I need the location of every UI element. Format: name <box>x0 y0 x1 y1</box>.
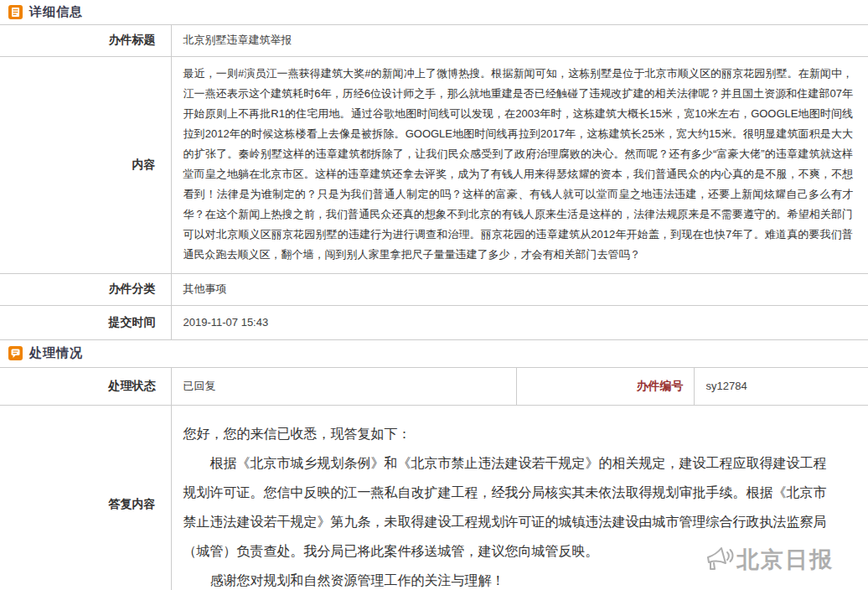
case-title-value: 北京别墅违章建筑举报 <box>171 25 868 56</box>
case-no-label: 办件编号 <box>516 368 694 406</box>
detail-table: 办件标题 北京别墅违章建筑举报 内容 最近，一则#演员江一燕获得建筑大奖#的新闻… <box>0 25 868 340</box>
status-label: 处理状态 <box>0 368 171 406</box>
detail-section-header: 详细信息 <box>0 0 868 25</box>
document-icon <box>8 5 23 19</box>
case-title-row: 办件标题 北京别墅违章建筑举报 <box>0 25 868 56</box>
status-row: 处理状态 已回复 办件编号 sy12784 <box>0 368 868 406</box>
reply-bubble-icon <box>8 346 23 360</box>
process-section-header: 处理情况 <box>0 340 868 368</box>
reply-content-value: 您好，您的来信已收悉，现答复如下： 根据《北京市城乡规划条例》和《北京市禁止违法… <box>171 406 868 590</box>
reply-paragraph: 根据《北京市城乡规划条例》和《北京市禁止违法建设若干规定》的相关规定，建设工程应… <box>183 448 840 566</box>
complaint-detail-page: 详细信息 办件标题 北京别墅违章建筑举报 内容 最近，一则#演员江一燕获得建筑大… <box>0 0 868 590</box>
category-value: 其他事项 <box>171 273 868 305</box>
status-value: 已回复 <box>171 368 516 406</box>
reply-content-row: 答复内容 您好，您的来信已收悉，现答复如下： 根据《北京市城乡规划条例》和《北京… <box>0 406 868 590</box>
case-title-label: 办件标题 <box>0 25 171 56</box>
reply-content-label: 答复内容 <box>0 406 171 590</box>
content-row: 内容 最近，一则#演员江一燕获得建筑大奖#的新闻冲上了微博热搜。根据新闻可知，这… <box>0 56 868 273</box>
reply-paragraph: 感谢您对规划和自然资源管理工作的关注与理解！ <box>183 566 840 590</box>
category-label: 办件分类 <box>0 273 171 305</box>
submit-time-label: 提交时间 <box>0 305 171 339</box>
case-no-value: sy12784 <box>694 368 868 406</box>
reply-paragraph: 您好，您的来信已收悉，现答复如下： <box>183 419 840 448</box>
process-section-title: 处理情况 <box>29 345 83 361</box>
content-value: 最近，一则#演员江一燕获得建筑大奖#的新闻冲上了微博热搜。根据新闻可知，这栋别墅… <box>171 56 868 273</box>
content-label: 内容 <box>0 56 171 273</box>
submit-time-row: 提交时间 2019-11-07 15:43 <box>0 305 868 339</box>
category-row: 办件分类 其他事项 <box>0 273 868 305</box>
detail-section-title: 详细信息 <box>29 4 83 20</box>
process-table: 处理状态 已回复 办件编号 sy12784 答复内容 您好，您的来信已收悉，现答… <box>0 368 868 590</box>
submit-time-value: 2019-11-07 15:43 <box>171 305 868 339</box>
